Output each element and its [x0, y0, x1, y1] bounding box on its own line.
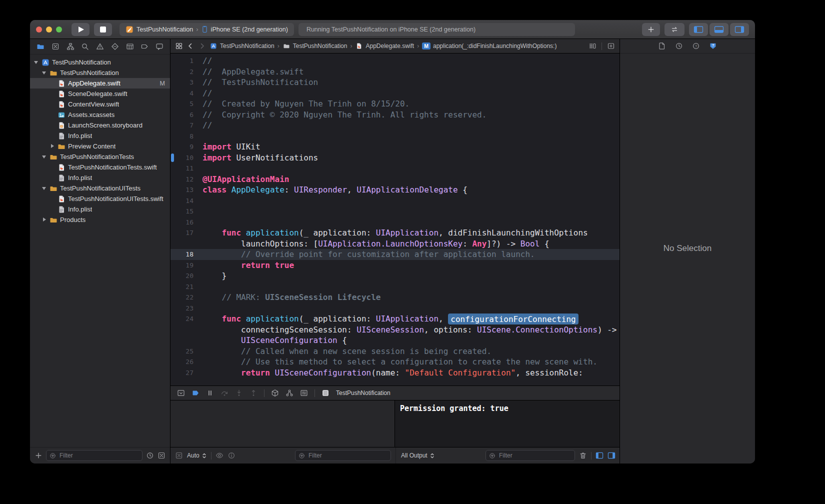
- code-line-12[interactable]: 12@UIApplicationMain: [170, 174, 620, 185]
- minimize-window-button[interactable]: [46, 26, 52, 32]
- debug-target-label[interactable]: TestPushNotification: [336, 390, 390, 396]
- navigator-tab-debug[interactable]: [125, 42, 135, 52]
- scheme-selector[interactable]: TestPushNotification › iPhone SE (2nd ge…: [120, 23, 294, 36]
- add-editor-button[interactable]: [607, 42, 615, 50]
- code-line-17[interactable]: 17 func application(_ application: UIApp…: [170, 228, 620, 238]
- show-variables-view-button[interactable]: [596, 452, 604, 459]
- source-editor[interactable]: 1//2// AppDelegate.swift3// TestPushNoti…: [170, 54, 620, 386]
- breadcrumb-item-0[interactable]: TestPushNotification: [210, 42, 274, 50]
- code-line-20[interactable]: 20 }: [170, 270, 620, 282]
- navigator-tab-project[interactable]: [36, 42, 46, 52]
- history-inspector-tab[interactable]: [675, 42, 683, 50]
- code-line-3[interactable]: 3// TestPushNotification: [170, 77, 620, 88]
- navigator-filter-field[interactable]: [46, 450, 142, 461]
- code-line-15[interactable]: 15: [170, 206, 620, 217]
- tree-item-info-plist[interactable]: Info.plist: [30, 204, 170, 214]
- close-window-button[interactable]: [36, 26, 42, 32]
- toggle-inspector-button[interactable]: [730, 23, 749, 36]
- code-line-8[interactable]: 8: [170, 131, 620, 142]
- navigator-tab-find[interactable]: [80, 42, 90, 52]
- show-console-view-button[interactable]: [608, 452, 616, 459]
- breakpoints-toggle-button[interactable]: [192, 389, 200, 397]
- variables-view[interactable]: [170, 400, 394, 447]
- stop-button[interactable]: [94, 23, 112, 36]
- recent-files-filter-icon[interactable]: [146, 452, 154, 460]
- tree-item-appdelegate-swift[interactable]: AppDelegate.swiftM: [30, 78, 170, 88]
- navigator-filter-input[interactable]: [58, 452, 139, 460]
- code-line-1[interactable]: 1//: [170, 56, 620, 66]
- tree-item-testpushnotificationtests[interactable]: TestPushNotificationTests: [30, 152, 170, 162]
- clear-console-button[interactable]: [579, 452, 587, 460]
- variables-scope-select[interactable]: Auto: [187, 452, 207, 459]
- console-filter-input[interactable]: [498, 452, 572, 460]
- variables-layout-icon[interactable]: [175, 452, 183, 460]
- code-line-13[interactable]: 13class AppDelegate: UIResponder, UIAppl…: [170, 184, 620, 196]
- variables-filter-input[interactable]: [308, 452, 388, 460]
- code-line-14[interactable]: 14: [170, 196, 620, 206]
- console-scope-select[interactable]: All Output: [401, 452, 435, 459]
- back-button[interactable]: [186, 42, 194, 50]
- disclosure-triangle[interactable]: [42, 70, 47, 76]
- code-line[interactable]: launchOptions: [UIApplication.LaunchOpti…: [170, 238, 620, 250]
- tree-item-info-plist[interactable]: Info.plist: [30, 172, 170, 183]
- code-line-7[interactable]: 7//: [170, 120, 620, 131]
- code-line-22[interactable]: 22 // MARK: UISceneSession Lifecycle: [170, 292, 620, 303]
- tree-item-testpushnotification[interactable]: TestPushNotification: [30, 68, 170, 78]
- step-over-button[interactable]: [220, 389, 228, 397]
- console-view[interactable]: Permission granted: true: [394, 400, 620, 447]
- editor-options-button[interactable]: [664, 23, 684, 36]
- navigator-tab-source-control[interactable]: [50, 42, 60, 52]
- disclosure-triangle[interactable]: [42, 154, 47, 160]
- navigator-tab-issues[interactable]: [95, 42, 105, 52]
- code-line-6[interactable]: 6// Copyright © 2020 Nguyen The Trinh. A…: [170, 110, 620, 120]
- tree-item-launchscreen-storyboard[interactable]: LaunchScreen.storyboard: [30, 120, 170, 130]
- tree-item-testpushnotificationuitests-swift[interactable]: TestPushNotificationUITests.swift: [30, 194, 170, 204]
- code-line-4[interactable]: 4//: [170, 88, 620, 99]
- tree-item-preview-content[interactable]: Preview Content: [30, 141, 170, 152]
- environment-overrides-button[interactable]: [300, 389, 308, 397]
- code-line-5[interactable]: 5// Created by Nguyen The Trinh on 8/15/…: [170, 98, 620, 110]
- library-button[interactable]: [642, 23, 660, 36]
- info-icon[interactable]: [228, 452, 236, 460]
- tree-item-info-plist[interactable]: Info.plist: [30, 130, 170, 141]
- navigator-tab-symbols[interactable]: [66, 42, 76, 52]
- disclosure-triangle[interactable]: [50, 144, 55, 149]
- file-inspector-tab[interactable]: [658, 42, 666, 50]
- editor-layout-icon[interactable]: [588, 42, 596, 50]
- code-line-9[interactable]: 9import UIKit: [170, 142, 620, 152]
- tree-item-products[interactable]: Products: [30, 214, 170, 225]
- zoom-window-button[interactable]: [56, 26, 62, 32]
- console-filter-field[interactable]: [486, 450, 575, 461]
- code-line[interactable]: UISceneConfiguration {: [170, 335, 620, 346]
- disclosure-triangle[interactable]: [42, 186, 47, 191]
- variables-filter-field[interactable]: [295, 450, 391, 461]
- pause-execution-button[interactable]: [206, 389, 214, 397]
- code-line-26[interactable]: 26 // Use this method to select a config…: [170, 356, 620, 368]
- code-line-19[interactable]: 19 return true: [170, 260, 620, 271]
- code-line-11[interactable]: 11: [170, 163, 620, 174]
- code-line-16[interactable]: 16: [170, 217, 620, 228]
- tree-item-testpushnotificationtests-swift[interactable]: TestPushNotificationTests.swift: [30, 162, 170, 172]
- code-line-24[interactable]: 24 func application(_ application: UIApp…: [170, 314, 620, 324]
- toggle-navigator-button[interactable]: [689, 23, 708, 36]
- tree-item-testpushnotificationuitests[interactable]: TestPushNotificationUITests: [30, 183, 170, 194]
- step-out-button[interactable]: [250, 389, 258, 397]
- scm-status-filter-icon[interactable]: [158, 452, 166, 460]
- breadcrumb-item-3[interactable]: Mapplication(_:didFinishLaunchingWithOpt…: [422, 42, 556, 50]
- related-items-icon[interactable]: [175, 42, 183, 50]
- code-line-18[interactable]: 18 // Override point for customization a…: [170, 249, 620, 260]
- disclosure-triangle[interactable]: [42, 217, 47, 222]
- code-line[interactable]: connectingSceneSession: UISceneSession, …: [170, 324, 620, 336]
- toggle-debug-area-button[interactable]: [710, 23, 728, 36]
- quick-help-inspector-tab[interactable]: ?: [709, 42, 717, 50]
- code-line-2[interactable]: 2// AppDelegate.swift: [170, 66, 620, 78]
- tree-item-scenedelegate-swift[interactable]: SceneDelegate.swift: [30, 88, 170, 99]
- add-item-button[interactable]: [34, 452, 42, 460]
- help-inspector-tab[interactable]: ?: [692, 42, 700, 50]
- code-line-10[interactable]: 10import UserNotifications: [170, 152, 620, 164]
- forward-button[interactable]: [198, 42, 206, 50]
- navigator-tab-breakpoints[interactable]: [140, 42, 150, 52]
- navigator-tab-tests[interactable]: [110, 42, 120, 52]
- quicklook-icon[interactable]: [216, 452, 224, 460]
- code-line-27[interactable]: 27 return UISceneConfiguration(name: "De…: [170, 368, 620, 378]
